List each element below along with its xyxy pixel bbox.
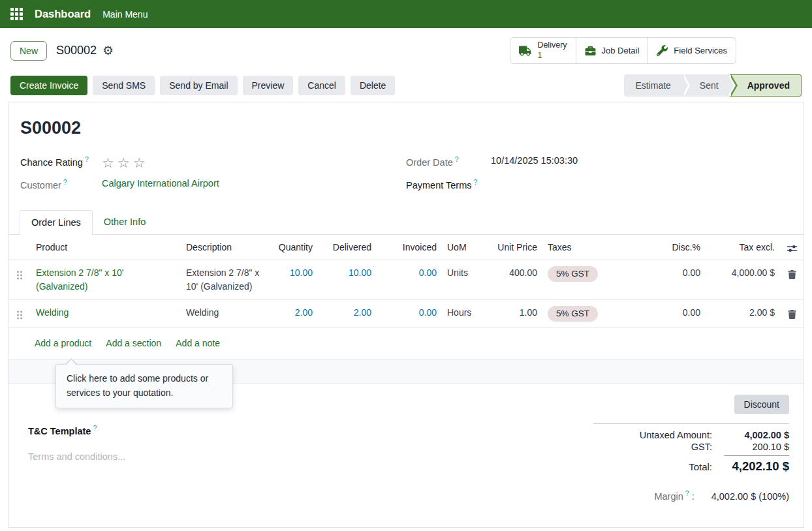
cancel-button[interactable]: Cancel — [298, 76, 345, 95]
nav-main-menu[interactable]: Main Menu — [102, 9, 148, 20]
column-header-unit-price: Unit Price — [489, 235, 542, 260]
star-icon: ☆ — [133, 155, 149, 170]
product-cell[interactable]: Extension 2 7/8" x 10' (Galvanized) — [36, 267, 124, 292]
invoiced-cell[interactable]: 0.00 — [419, 307, 437, 318]
margin-label: Margin — [654, 491, 683, 502]
order-date-value[interactable]: 10/14/2025 15:03:30 — [491, 155, 578, 166]
form-sheet: S00002 Chance Rating? ☆☆☆ Order Date? 10… — [8, 102, 804, 528]
new-button[interactable]: New — [10, 41, 47, 61]
delete-button[interactable]: Delete — [351, 76, 395, 95]
total-separator — [724, 455, 789, 456]
payment-terms-label: Payment Terms? — [406, 178, 491, 190]
help-icon: ? — [455, 155, 459, 163]
chance-rating-stars[interactable]: ☆☆☆ — [102, 156, 148, 170]
drag-dots-icon — [16, 271, 23, 280]
description-cell[interactable]: Welding — [181, 299, 272, 327]
drag-handle[interactable] — [8, 260, 31, 299]
action-bar: Create Invoice Send SMS Send by Email Pr… — [0, 72, 812, 102]
trash-icon — [788, 310, 796, 319]
help-icon: ? — [85, 155, 89, 163]
discount-cell[interactable]: 0.00 — [683, 307, 700, 318]
gst-label: GST: — [593, 442, 712, 452]
delete-line-button[interactable] — [788, 307, 796, 321]
tab-other-info[interactable]: Other Info — [93, 210, 157, 234]
notebook-tabs: Order Lines Other Info — [8, 210, 804, 235]
preview-button[interactable]: Preview — [243, 76, 294, 95]
table-footer-links-row: Add a product Add a section Add a note — [8, 327, 804, 359]
column-header-uom: UoM — [442, 235, 489, 260]
margin-row: Margin? : 4,002.00 $ (100%) — [593, 489, 789, 502]
tab-order-lines[interactable]: Order Lines — [20, 210, 93, 235]
trash-icon — [788, 270, 796, 279]
unit-price-cell[interactable]: 1.00 — [520, 307, 537, 318]
customer-label: Customer? — [20, 178, 102, 190]
smart-button-group: Delivery 1 Job Detail Field Services — [510, 37, 736, 64]
top-navbar: Dashboard Main Menu — [0, 0, 812, 28]
column-header-invoiced: Invoiced — [377, 235, 442, 260]
uom-cell[interactable]: Hours — [442, 299, 489, 327]
column-header-taxes: Taxes — [542, 235, 634, 260]
discount-button[interactable]: Discount — [734, 395, 789, 414]
status-step-approved[interactable]: Approved — [730, 74, 802, 97]
tooltip: Click here to add some products or servi… — [55, 364, 233, 408]
unit-price-cell[interactable]: 400.00 — [509, 267, 537, 278]
discount-cell[interactable]: 0.00 — [683, 267, 700, 278]
app-window: Dashboard Main Menu New S00002 ⚙ Deliver… — [0, 0, 812, 531]
invoiced-cell[interactable]: 0.00 — [419, 267, 437, 278]
terms-and-conditions-field[interactable]: Terms and conditions... — [28, 451, 593, 462]
add-a-section-link[interactable]: Add a section — [106, 338, 161, 348]
order-line-row: Extension 2 7/8" x 10' (Galvanized) Exte… — [8, 260, 804, 299]
briefcase-icon — [585, 46, 596, 56]
control-panel: New S00002 ⚙ Delivery 1 Job Detail Field… — [0, 28, 812, 72]
order-date-label: Order Date? — [406, 155, 491, 168]
chance-rating-label: Chance Rating? — [20, 155, 102, 168]
delivered-cell[interactable]: 10.00 — [349, 267, 371, 278]
add-a-note-link[interactable]: Add a note — [176, 338, 220, 348]
table-header-row: Product Description Quantity Delivered I… — [8, 235, 804, 260]
drag-handle[interactable] — [8, 299, 31, 327]
sliders-icon — [787, 244, 798, 253]
breadcrumb: S00002 — [56, 44, 97, 57]
wrench-icon — [657, 45, 668, 56]
description-cell[interactable]: Extension 2 7/8" x 10' (Galvanized) — [181, 260, 272, 299]
untaxed-amount-label: Untaxed Amount: — [593, 430, 712, 440]
app-title[interactable]: Dashboard — [35, 8, 91, 20]
customer-link[interactable]: Calgary International Airport — [102, 178, 219, 189]
gst-value: 200.10 $ — [712, 442, 789, 452]
tax-tag[interactable]: 5% GST — [548, 306, 598, 322]
delivery-button[interactable]: Delivery 1 — [510, 37, 576, 64]
send-sms-button[interactable]: Send SMS — [93, 76, 155, 95]
uom-cell[interactable]: Units — [442, 260, 489, 299]
status-step-estimate[interactable]: Estimate — [624, 74, 681, 97]
tax-excl-cell[interactable]: 4,000.00 $ — [732, 267, 775, 278]
quantity-cell[interactable]: 10.00 — [290, 267, 313, 278]
product-cell[interactable]: Welding — [36, 307, 69, 318]
tooltip-text: Click here to add some products or servi… — [67, 373, 208, 398]
field-services-button[interactable]: Field Services — [648, 37, 736, 64]
apps-grid-icon[interactable] — [10, 8, 23, 20]
field-services-label: Field Services — [674, 46, 727, 55]
gear-icon[interactable]: ⚙ — [102, 44, 114, 57]
add-a-product-link[interactable]: Add a product — [35, 338, 91, 348]
create-invoice-button[interactable]: Create Invoice — [10, 76, 87, 95]
handle-column — [8, 235, 31, 260]
tax-tag[interactable]: 5% GST — [548, 266, 598, 282]
delete-line-button[interactable] — [788, 267, 796, 281]
column-header-disc: Disc.% — [634, 235, 706, 260]
send-by-email-button[interactable]: Send by Email — [160, 76, 237, 95]
column-header-tax-excl: Tax excl. — [706, 235, 780, 260]
optional-columns-toggle[interactable] — [780, 235, 804, 260]
order-line-row: Welding Welding 2.00 2.00 0.00 Hours 1.0… — [8, 299, 804, 327]
quantity-cell[interactable]: 2.00 — [295, 307, 313, 318]
delivered-cell[interactable]: 2.00 — [354, 307, 371, 318]
tax-excl-cell[interactable]: 2.00 $ — [749, 307, 775, 318]
job-detail-label: Job Detail — [602, 46, 640, 55]
job-detail-button[interactable]: Job Detail — [576, 37, 649, 64]
total-label: Total: — [593, 461, 712, 472]
untaxed-amount-value: 4,002.00 $ — [712, 430, 789, 440]
column-header-delivered: Delivered — [318, 235, 377, 260]
record-title: S00002 — [20, 118, 792, 138]
order-lines-table: Product Description Quantity Delivered I… — [8, 235, 804, 360]
star-icon: ☆ — [117, 155, 133, 170]
margin-value: 4,002.00 $ (100%) — [711, 491, 789, 502]
